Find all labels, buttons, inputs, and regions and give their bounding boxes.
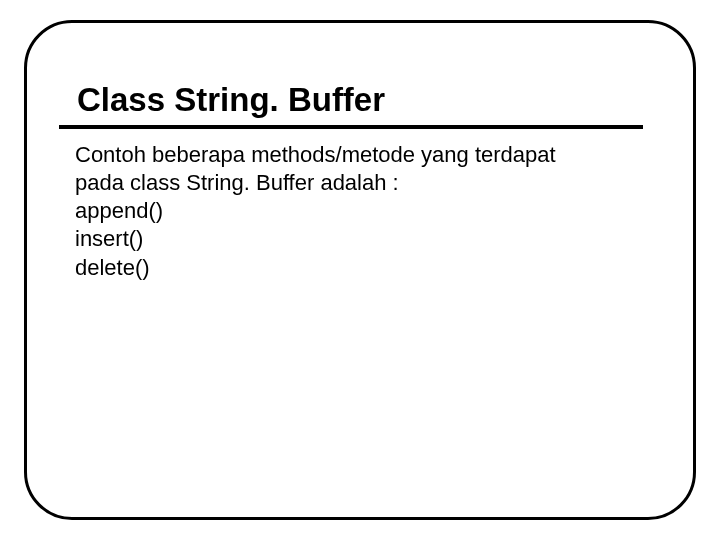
slide-frame: Class String. Buffer Contoh beberapa met…	[24, 20, 696, 520]
method-append: append()	[75, 197, 647, 225]
method-delete: delete()	[75, 254, 647, 282]
slide-body: Contoh beberapa methods/metode yang terd…	[73, 141, 647, 282]
title-underline	[59, 125, 643, 129]
slide-title: Class String. Buffer	[73, 81, 647, 119]
method-insert: insert()	[75, 225, 647, 253]
body-line-1: Contoh beberapa methods/metode yang terd…	[75, 141, 647, 169]
body-line-2: pada class String. Buffer adalah :	[75, 169, 647, 197]
